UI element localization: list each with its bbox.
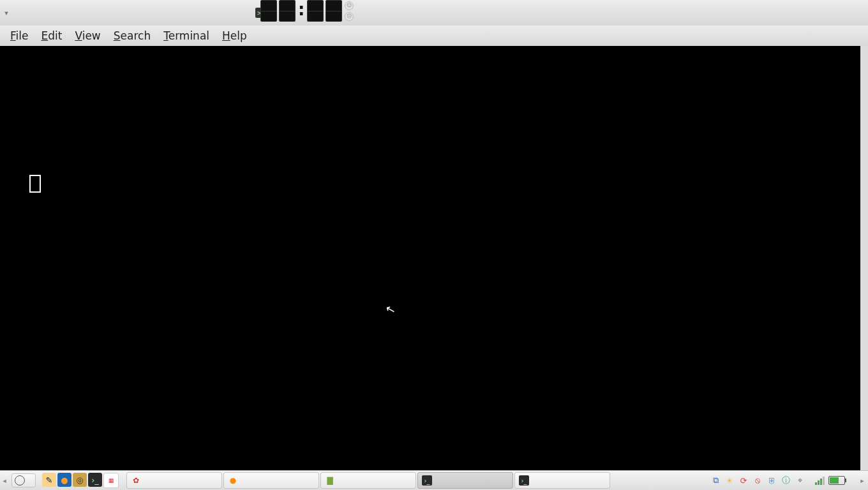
timer-face-happy-icon[interactable]: ☺: [345, 1, 354, 10]
menu-help[interactable]: Help: [217, 28, 252, 43]
terminal-line-1: [3, 70, 858, 91]
system-tray: ⧉ ☀ ⟳ ⦸ ⛨ ⓘ ⌖ ▸: [709, 475, 868, 486]
tray-shield-icon[interactable]: ⛨: [767, 475, 777, 486]
countdown-timer: : ☺ ☹: [260, 0, 354, 26]
gear-icon: [15, 475, 25, 486]
timer-minutes-tens: [260, 0, 277, 22]
launcher-notes-icon[interactable]: ✎: [42, 473, 56, 487]
timer-face-sad-icon[interactable]: ☹: [345, 12, 354, 21]
terminal-line-2: [3, 112, 858, 133]
terminal-cursor: [29, 175, 41, 193]
window-titlebar: ▾ >: [0, 0, 868, 26]
menu-terminal[interactable]: Terminal: [158, 28, 214, 43]
terminal-icon: ›_: [519, 475, 529, 486]
scrollbar-thumb[interactable]: [860, 339, 868, 454]
firefox-icon: ●: [228, 475, 238, 486]
task-terminal-active[interactable]: ›_: [417, 472, 513, 489]
task-teamviewer[interactable]: ✿: [126, 472, 222, 489]
timer-colon: :: [296, 0, 307, 19]
task-firefox[interactable]: ●: [223, 472, 319, 489]
menu-edit[interactable]: Edit: [36, 28, 67, 43]
terminal-line-prompt: [3, 175, 858, 197]
tray-bluetooth-icon[interactable]: ⌖: [795, 475, 805, 486]
launcher-firefox-icon[interactable]: ●: [57, 473, 71, 487]
launcher-terminal-icon[interactable]: ›_: [88, 473, 102, 487]
task-filemanager[interactable]: ▇: [320, 472, 416, 489]
tray-block-icon[interactable]: ⦸: [752, 475, 763, 486]
task-terminal-2[interactable]: ›_: [514, 472, 610, 489]
taskbar-overflow-right-icon[interactable]: ▸: [858, 477, 867, 485]
tray-info-icon[interactable]: ⓘ: [781, 475, 791, 486]
quick-launch: ✎ ● ◎ ›_ ▦: [38, 473, 123, 488]
folder-icon: ▇: [325, 475, 335, 486]
taskbar-tasks: ✿ ● ▇ ›_ ›_: [126, 472, 610, 489]
tray-battery-icon[interactable]: [828, 476, 845, 485]
launcher-music-icon[interactable]: ◎: [73, 473, 87, 487]
tray-network-icon[interactable]: [815, 476, 825, 485]
tray-weather-icon[interactable]: ☀: [724, 475, 735, 486]
taskbar: ◂ ✎ ● ◎ ›_ ▦ ✿ ● ▇ ›_ ›_ ⧉: [0, 470, 868, 490]
teamviewer-icon: ✿: [131, 475, 141, 486]
menu-file[interactable]: File: [5, 28, 33, 43]
terminal-viewport[interactable]: [0, 46, 868, 471]
launcher-calendar-icon[interactable]: ▦: [103, 473, 119, 488]
tray-dropbox-icon[interactable]: ⧉: [710, 475, 721, 486]
app-menu-arrow-icon[interactable]: ▾: [0, 9, 13, 17]
timer-minutes-ones: [279, 0, 296, 22]
menubar: File Edit View Search Terminal Help: [0, 26, 868, 47]
terminal-icon: ›_: [422, 475, 432, 486]
menu-search[interactable]: Search: [108, 28, 156, 43]
timer-seconds-ones: [326, 0, 342, 22]
menu-view[interactable]: View: [70, 28, 105, 43]
timer-seconds-tens: [307, 0, 324, 22]
taskbar-overflow-left-icon[interactable]: ◂: [0, 477, 9, 485]
start-menu-button[interactable]: [11, 473, 36, 487]
tray-update-icon[interactable]: ⟳: [738, 475, 749, 486]
